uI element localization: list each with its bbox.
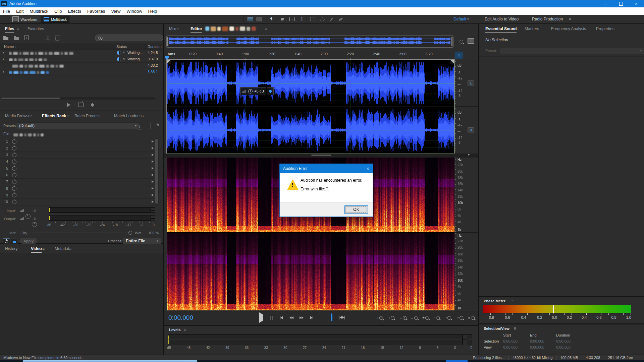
file-row[interactable]: ›×Waiting...3:37.0 (0, 56, 162, 63)
workspace-edit-audio-to-video[interactable]: Edit Audio to Video (485, 17, 519, 21)
dialog-title-bar[interactable]: Audition Error × (280, 164, 373, 173)
marquee-selection-tool[interactable] (309, 16, 316, 22)
rack-list-toggle-button[interactable] (11, 238, 18, 244)
delete-preset-icon[interactable] (151, 123, 151, 129)
menu-edit[interactable]: Edit (13, 7, 26, 15)
files-horizontal-scrollbar[interactable] (1, 97, 155, 100)
video-panel-menu-icon[interactable]: ≡ (42, 246, 45, 251)
expand-chevron-icon[interactable]: › (3, 57, 4, 61)
files-loop-icon[interactable] (78, 103, 84, 107)
apply-button[interactable]: Apply (19, 238, 38, 244)
zoom-out-amplitude-button[interactable]: ↕− (388, 314, 395, 321)
zoom-in-at-in-point-button[interactable]: ‹ (433, 314, 441, 321)
effect-slot-row[interactable]: 2 (1, 145, 154, 152)
effect-slot-row[interactable]: 8 (1, 185, 154, 192)
rack-scrollbar-thumb[interactable] (155, 139, 158, 204)
slot-arrow-icon[interactable] (152, 154, 154, 156)
phase-meter-menu-icon[interactable]: ≡ (511, 299, 514, 303)
clip-gain-value[interactable]: +0 dB (254, 89, 264, 93)
slot-power-icon[interactable] (12, 153, 16, 157)
skip-to-end-button[interactable] (308, 314, 315, 321)
slot-arrow-icon[interactable] (152, 174, 154, 176)
hud-clock-icon[interactable] (248, 89, 253, 94)
tab-metadata[interactable]: Metadata (55, 246, 71, 251)
workspace-default[interactable]: Default (453, 17, 466, 21)
workspace-overflow-chevron[interactable]: » (569, 17, 571, 21)
slot-arrow-icon[interactable] (152, 200, 154, 203)
file-row[interactable]: 4:33.2 (0, 62, 162, 69)
menu-effects[interactable]: Effects (65, 7, 84, 15)
slot-arrow-icon[interactable] (152, 180, 154, 183)
workspace-menu-icon[interactable]: ≡ (467, 17, 469, 21)
tab-mixer[interactable]: Mixer (169, 26, 179, 31)
files-play-icon[interactable] (67, 103, 70, 107)
presets-dropdown[interactable]: (Default) ▾ (16, 122, 140, 129)
zoom-out-time-button[interactable]: ↔− (411, 314, 418, 321)
slot-power-icon[interactable] (12, 139, 16, 144)
slip-tool[interactable]: ↔ (288, 16, 295, 22)
tab-favorites[interactable]: Favorites (28, 26, 44, 31)
rewind-button[interactable] (288, 314, 295, 321)
zoom-reset-button[interactable]: ↺ (468, 314, 475, 321)
status-cancel-icon[interactable]: × (123, 50, 125, 54)
clip-gain-hud[interactable]: +0 dB (240, 87, 274, 95)
menu-window[interactable]: Window (123, 7, 145, 15)
zoom-in-amplitude-button[interactable]: ↕+ (376, 314, 384, 321)
paintbrush-selection-tool[interactable] (328, 16, 335, 22)
slot-power-icon[interactable] (12, 160, 16, 164)
spectral-display-toggle[interactable] (247, 16, 254, 22)
tab-markers[interactable]: Markers (525, 26, 539, 31)
ok-button[interactable]: OK (344, 205, 368, 214)
slot-arrow-icon[interactable] (152, 160, 154, 163)
import-file-icon[interactable] (14, 37, 19, 40)
favorite-star-icon[interactable]: ★ (156, 122, 160, 127)
panel-layout-icon[interactable] (468, 38, 474, 44)
levels-menu-icon[interactable]: ≡ (184, 327, 186, 332)
effect-slot-row[interactable]: 10 (1, 198, 154, 205)
hud-pin-button[interactable] (267, 87, 274, 95)
selection-view-menu-icon[interactable]: ≡ (514, 326, 516, 331)
effect-slot-row[interactable]: 3 (1, 152, 154, 159)
zoom-in-at-out-point-button[interactable]: › (445, 314, 452, 321)
fade-in-handle[interactable] (167, 60, 171, 64)
slot-power-icon[interactable] (12, 180, 16, 184)
effect-slot-row[interactable]: 4 (1, 158, 154, 165)
mix-slider-track[interactable] (30, 233, 130, 233)
audio-clip-waveform[interactable] (167, 60, 454, 154)
waveform-display-toggle[interactable] (256, 16, 262, 22)
slot-arrow-icon[interactable] (152, 167, 154, 170)
preset-dropdown-disabled[interactable]: ▾ (500, 48, 644, 54)
menu-help[interactable]: Help (145, 7, 160, 15)
effect-slot-row[interactable]: 7 (1, 178, 154, 185)
expand-chevron-icon[interactable]: › (3, 50, 4, 55)
slot-power-icon[interactable] (12, 193, 16, 197)
menu-multitrack[interactable]: Multitrack (26, 7, 51, 15)
fade-out-handle[interactable] (450, 60, 454, 64)
skip-to-start-button[interactable] (278, 314, 285, 321)
mix-slider-handle[interactable] (128, 231, 132, 235)
record-button[interactable] (318, 314, 325, 321)
editor-panel-menu-icon[interactable]: ≡ (265, 26, 267, 31)
zoom-navigator[interactable] (166, 36, 453, 48)
column-header-duration[interactable]: Duration (148, 45, 162, 49)
maximize-button[interactable] (613, 0, 629, 7)
spectrogram-right-channel[interactable] (167, 233, 454, 310)
expand-chevron-icon[interactable]: › (3, 69, 4, 74)
tab-media-browser[interactable]: Media Browser (5, 114, 32, 118)
timeline-ruler[interactable]: hms 0:200:401:001:201:402:002:202:403:00… (164, 51, 453, 60)
scrollbar-thumb[interactable] (1, 98, 60, 99)
navigator-left-handle[interactable] (167, 37, 168, 46)
tab-batch-process[interactable]: Batch Process (74, 114, 100, 118)
save-preset-icon[interactable]: ↧ (138, 124, 142, 129)
fast-forward-button[interactable] (298, 314, 305, 321)
right-channel-button[interactable]: R (468, 127, 474, 133)
pause-button[interactable] (268, 314, 275, 321)
menu-file[interactable]: File (0, 7, 13, 15)
zoom-in-time-button[interactable]: ↔+ (399, 314, 407, 321)
view-splitter[interactable]: ▾ (164, 154, 478, 158)
zoom-to-selection-button[interactable]: ‹› (456, 314, 464, 321)
levels-meter[interactable] (168, 335, 472, 345)
effect-slot-row[interactable]: 9 (1, 192, 154, 199)
play-button[interactable] (258, 314, 265, 321)
loop-playback-button[interactable] (328, 314, 335, 321)
